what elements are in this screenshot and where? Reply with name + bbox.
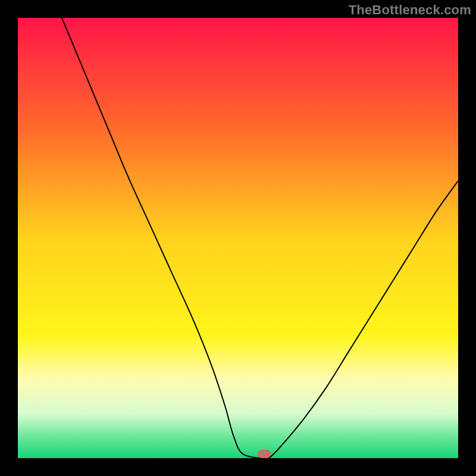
watermark-text: TheBottleneck.com [349,2,471,18]
chart-svg [18,18,458,458]
plot-area [18,18,458,458]
gradient-background [18,18,458,458]
optimal-point-marker [258,450,271,458]
chart-frame: TheBottleneck.com [0,0,476,476]
